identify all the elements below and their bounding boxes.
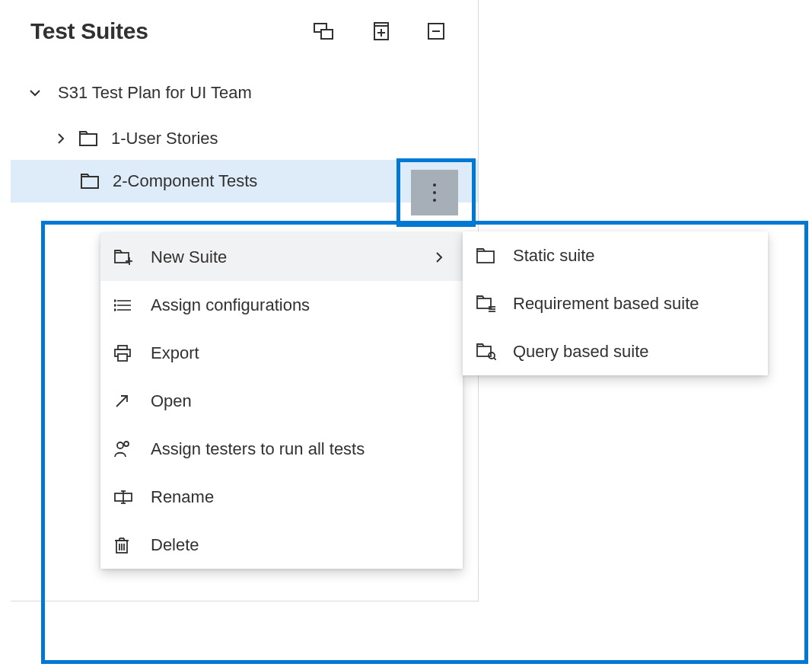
expand-all-icon[interactable] xyxy=(370,21,390,41)
submenu-item-static-suite[interactable]: Static suite xyxy=(463,231,768,279)
menu-item-label: New Suite xyxy=(142,247,431,267)
menu-item-label: Open xyxy=(142,391,447,411)
menu-item-label: Export xyxy=(142,343,447,363)
panel-title: Test Suites xyxy=(30,18,314,44)
print-icon xyxy=(114,345,142,362)
requirement-suite-icon xyxy=(476,295,504,312)
folder-icon xyxy=(81,172,99,190)
svg-point-42 xyxy=(489,353,495,359)
rename-icon xyxy=(114,490,142,504)
new-suite-icon xyxy=(114,250,142,265)
svg-line-21 xyxy=(116,396,127,407)
svg-rect-20 xyxy=(118,354,127,361)
menu-item-label: Rename xyxy=(142,487,447,507)
svg-line-43 xyxy=(494,358,496,360)
menu-item-label: Delete xyxy=(142,535,447,555)
panel-header: Test Suites xyxy=(11,0,478,50)
tree-item-user-stories[interactable]: 1-User Stories xyxy=(11,117,478,160)
menu-item-assign-testers[interactable]: Assign testers to run all tests xyxy=(100,425,463,473)
menu-item-open[interactable]: Open xyxy=(100,377,463,425)
query-suite-icon xyxy=(476,343,504,360)
menu-item-export[interactable]: Export xyxy=(100,329,463,377)
tree-plan-row[interactable]: S31 Test Plan for UI Team xyxy=(11,72,478,114)
panel-toolbar xyxy=(314,21,461,41)
menu-item-label: Assign configurations xyxy=(142,295,447,315)
context-menu: New Suite Assign configurations Export xyxy=(100,233,463,569)
testers-icon xyxy=(114,441,142,458)
svg-rect-36 xyxy=(477,251,494,263)
chevron-right-icon xyxy=(50,132,72,145)
menu-item-delete[interactable]: Delete xyxy=(100,521,463,569)
annotation-highlight-more-button xyxy=(396,158,476,227)
folder-icon xyxy=(476,248,504,263)
svg-rect-8 xyxy=(81,177,98,188)
delete-icon xyxy=(114,537,142,554)
tree-item-label: 1-User Stories xyxy=(111,129,478,148)
submenu-item-label: Query based suite xyxy=(504,342,753,362)
svg-point-17 xyxy=(114,309,116,311)
more-options-button[interactable] xyxy=(411,170,458,215)
menu-item-assign-configurations[interactable]: Assign configurations xyxy=(100,281,463,329)
submenu-item-label: Requirement based suite xyxy=(504,294,753,314)
submenu-item-requirement-suite[interactable]: Requirement based suite xyxy=(463,279,768,327)
collapse-all-icon[interactable] xyxy=(426,21,446,41)
open-icon xyxy=(114,394,142,409)
chevron-down-icon xyxy=(24,86,46,100)
svg-rect-1 xyxy=(321,30,333,39)
menu-item-rename[interactable]: Rename xyxy=(100,473,463,521)
svg-point-13 xyxy=(114,300,116,302)
svg-point-22 xyxy=(117,442,123,448)
chevron-right-icon xyxy=(431,251,447,263)
svg-rect-7 xyxy=(80,134,97,145)
submenu-item-query-suite[interactable]: Query based suite xyxy=(463,327,768,375)
folder-icon xyxy=(79,129,97,148)
svg-point-15 xyxy=(114,305,116,306)
svg-point-23 xyxy=(124,442,129,446)
menu-item-new-suite[interactable]: New Suite xyxy=(100,233,463,281)
menu-item-label: Assign testers to run all tests xyxy=(142,439,447,459)
layout-icon[interactable] xyxy=(314,21,333,41)
configurations-icon xyxy=(114,298,142,312)
tree-plan-label: S31 Test Plan for UI Team xyxy=(46,83,478,103)
submenu-item-label: Static suite xyxy=(504,246,753,266)
new-suite-submenu: Static suite Requirement based suite Que… xyxy=(463,231,768,375)
